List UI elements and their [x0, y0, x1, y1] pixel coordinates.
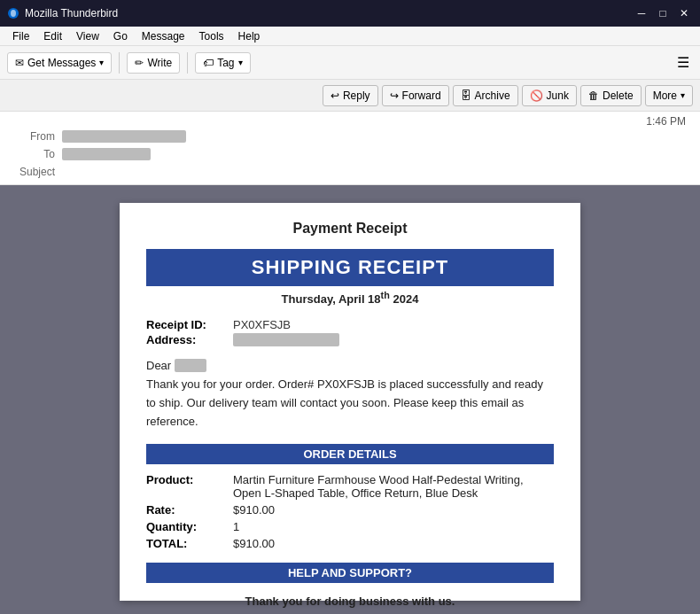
receipt-page-title: Payment Receipt	[146, 221, 554, 237]
titlebar-left: Mozilla Thunderbird	[7, 7, 118, 19]
app-title: Mozilla Thunderbird	[25, 7, 118, 19]
menu-edit[interactable]: Edit	[36, 28, 69, 44]
write-label: Write	[147, 57, 172, 69]
order-details-header: ORDER DETAILS	[146, 444, 554, 464]
delete-label: Delete	[603, 89, 634, 102]
get-messages-button[interactable]: ✉ Get Messages ▾	[7, 52, 112, 74]
quantity-label: Quantity:	[146, 520, 226, 533]
minimize-button[interactable]: ─	[633, 4, 650, 22]
product-label: Product:	[146, 473, 226, 500]
body-text: Thank you for your order. Order# PX0XFSJ…	[146, 377, 543, 428]
close-button[interactable]: ✕	[675, 4, 693, 22]
help-section: Thank you for doing business with us. In…	[146, 592, 554, 614]
main-toolbar: ✉ Get Messages ▾ ✏ Write 🏷 Tag ▾ ☰	[0, 46, 700, 80]
tag-icon: 🏷	[203, 57, 214, 69]
receipt-info: Receipt ID: PX0XFSJB Address:	[146, 318, 554, 346]
reply-button[interactable]: ↩ Reply	[323, 85, 378, 106]
quantity-row: Quantity: 1	[146, 520, 554, 533]
junk-icon: 🚫	[530, 89, 543, 102]
svg-point-1	[11, 10, 16, 17]
address-row: Address:	[146, 333, 554, 346]
email-header: 1:46 PM From To Subject	[0, 112, 700, 185]
menu-file[interactable]: File	[5, 28, 36, 44]
forward-button[interactable]: ↪ Forward	[382, 85, 449, 106]
date-sup: th	[381, 290, 390, 300]
shipping-header: SHIPPING RECEIPT	[146, 249, 554, 286]
forward-icon: ↪	[390, 89, 399, 102]
receipt-card: Payment Receipt SHIPPING RECEIPT Thursda…	[120, 203, 580, 601]
dear-section: Dear Thank you for your order. Order# PX…	[146, 357, 554, 431]
rate-value: $910.00	[233, 503, 275, 517]
reply-icon: ↩	[331, 89, 339, 102]
get-messages-label: Get Messages	[27, 57, 96, 69]
get-messages-dropdown-icon: ▾	[99, 58, 104, 67]
from-row: From	[11, 128, 689, 145]
receipt-date: Thursday, April 18th 2024	[146, 290, 554, 306]
thunderbird-icon	[7, 7, 19, 19]
tag-label: Tag	[217, 57, 234, 69]
product-value: Martin Furniture Farmhouse Wood Half-Ped…	[233, 473, 554, 500]
maximize-button[interactable]: □	[654, 4, 672, 22]
rate-label: Rate:	[146, 503, 226, 517]
help-line2: In case of any query please reach out to…	[146, 611, 554, 614]
address-label: Address:	[146, 333, 226, 346]
email-body: ris.com Payment Receipt SHIPPING RECEIPT…	[0, 185, 700, 614]
menu-message[interactable]: Message	[135, 28, 192, 44]
reply-label: Reply	[343, 89, 370, 102]
forward-label: Forward	[402, 89, 441, 102]
to-row: To	[11, 145, 689, 163]
total-label: TOTAL:	[146, 537, 226, 550]
time-row: 1:46 PM	[11, 115, 689, 128]
email-time: 1:46 PM	[646, 115, 686, 128]
to-label: To	[11, 148, 55, 160]
dear-name	[175, 359, 206, 372]
junk-button[interactable]: 🚫 Junk	[522, 85, 577, 106]
to-value	[62, 148, 151, 160]
rate-row: Rate: $910.00	[146, 503, 554, 517]
from-value	[62, 130, 186, 143]
menu-go[interactable]: Go	[106, 28, 135, 44]
product-row: Product: Martin Furniture Farmhouse Wood…	[146, 473, 554, 500]
delete-button[interactable]: 🗑 Delete	[580, 85, 642, 106]
date-text: Thursday, April 18	[282, 292, 381, 306]
archive-label: Archive	[475, 89, 510, 102]
more-button[interactable]: More ▾	[645, 85, 693, 106]
quantity-value: 1	[233, 520, 239, 533]
more-label: More	[653, 89, 677, 102]
help-header: HELP AND SUPPORT?	[146, 563, 554, 583]
write-button[interactable]: ✏ Write	[127, 52, 180, 74]
write-icon: ✏	[135, 57, 144, 69]
archive-button[interactable]: 🗄 Archive	[453, 85, 518, 106]
tag-dropdown-icon: ▾	[238, 58, 243, 67]
order-table: Product: Martin Furniture Farmhouse Wood…	[146, 473, 554, 550]
receipt-id-row: Receipt ID: PX0XFSJB	[146, 318, 554, 331]
total-value: $910.00	[233, 537, 275, 550]
menu-view[interactable]: View	[69, 28, 106, 44]
date-year: 2024	[390, 292, 419, 306]
total-row: TOTAL: $910.00	[146, 537, 554, 550]
subject-row: Subject	[11, 163, 689, 181]
tag-button[interactable]: 🏷 Tag ▾	[195, 52, 250, 74]
junk-label: Junk	[547, 89, 569, 102]
delete-icon: 🗑	[588, 89, 599, 102]
receipt-id-value: PX0XFSJB	[233, 318, 291, 331]
menu-help[interactable]: Help	[231, 28, 268, 44]
address-value	[233, 333, 339, 346]
more-dropdown-icon: ▾	[681, 90, 685, 100]
dear-label: Dear	[146, 359, 175, 372]
archive-icon: 🗄	[461, 89, 471, 102]
receipt-id-label: Receipt ID:	[146, 318, 226, 331]
subject-label: Subject	[11, 166, 55, 178]
help-line1: Thank you for doing business with us.	[146, 592, 554, 611]
titlebar-controls: ─ □ ✕	[633, 4, 693, 22]
title-bar: Mozilla Thunderbird ─ □ ✕	[0, 0, 700, 27]
menu-tools[interactable]: Tools	[192, 28, 231, 44]
from-label: From	[11, 130, 55, 143]
toolbar-separator-1	[119, 52, 120, 74]
action-bar: ↩ Reply ↪ Forward 🗄 Archive 🚫 Junk 🗑 Del…	[0, 80, 700, 112]
menu-bar: File Edit View Go Message Tools Help	[0, 27, 700, 46]
toolbar-separator-2	[187, 52, 188, 74]
envelope-icon: ✉	[15, 57, 24, 69]
toolbar-menu-button[interactable]: ☰	[673, 51, 693, 74]
